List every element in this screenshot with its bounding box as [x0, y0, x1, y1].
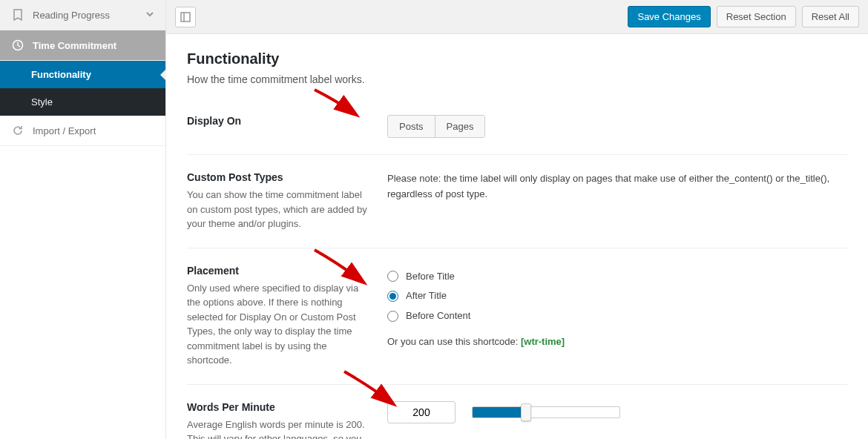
bookmark-icon	[10, 8, 25, 22]
sidebar-item-label: Reading Progress	[33, 10, 110, 21]
radio-label: Before Content	[406, 308, 470, 324]
field-placement: Placement Only used where specified to d…	[187, 248, 847, 385]
sidebar-item-reading-progress[interactable]: Reading Progress	[0, 0, 165, 30]
radio-label: Before Title	[406, 269, 455, 285]
field-help: You can show the time commitment label o…	[187, 188, 371, 231]
refresh-icon	[10, 124, 25, 137]
radio-label: After Title	[406, 288, 447, 304]
field-label: Placement	[187, 265, 371, 277]
display-on-toggle-group: Posts Pages	[387, 115, 485, 138]
field-help: Only used where specified to display via…	[187, 281, 371, 368]
main-panel: Save Changes Reset Section Reset All Fun…	[166, 0, 868, 439]
radio-after-title[interactable]: After Title	[387, 288, 847, 304]
shortcode-note: Or you can use this shortcode: [wtr-time…	[387, 334, 847, 350]
field-label: Custom Post Types	[187, 171, 371, 183]
radio-input-before-title[interactable]	[387, 271, 398, 282]
radio-input-after-title[interactable]	[387, 291, 398, 302]
sidebar-sub-functionality[interactable]: Functionality	[0, 61, 165, 88]
field-help: Average English words per minute is 200.…	[187, 417, 371, 440]
radio-input-before-content[interactable]	[387, 311, 398, 322]
section-title: Functionality	[187, 50, 847, 67]
sidebar-item-label: Import / Export	[33, 125, 96, 136]
content-area: Functionality How the time commitment la…	[166, 34, 868, 439]
slider-thumb[interactable]	[521, 403, 531, 421]
sidebar-item-time-commitment[interactable]: Time Commitment	[0, 30, 165, 61]
field-label: Display On	[187, 115, 371, 127]
field-label: Words Per Minute	[187, 401, 371, 413]
shortcode-value: [wtr-time]	[521, 336, 565, 347]
field-custom-post-types: Custom Post Types You can show the time …	[187, 155, 847, 248]
radio-before-title[interactable]: Before Title	[387, 269, 847, 285]
save-changes-button[interactable]: Save Changes	[628, 6, 710, 27]
clock-icon	[10, 39, 25, 52]
sidebar-item-label: Functionality	[31, 69, 91, 80]
field-display-on: Display On Posts Pages	[187, 99, 847, 155]
radio-before-content[interactable]: Before Content	[387, 308, 847, 324]
wpm-input[interactable]	[387, 401, 456, 423]
topbar: Save Changes Reset Section Reset All	[166, 0, 868, 34]
chevron-down-icon	[145, 9, 155, 22]
collapse-sidebar-button[interactable]	[175, 7, 196, 27]
reset-all-button[interactable]: Reset All	[802, 6, 859, 27]
custom-post-types-note: Please note: the time label will only di…	[387, 173, 829, 199]
section-description: How the time commitment label works.	[187, 73, 847, 85]
display-on-posts-button[interactable]: Posts	[388, 116, 435, 137]
display-on-pages-button[interactable]: Pages	[435, 116, 485, 137]
svg-rect-1	[181, 13, 190, 22]
wpm-slider[interactable]	[472, 406, 620, 419]
sidebar: Reading Progress Time Commitment Functio…	[0, 0, 166, 439]
sidebar-sub-style[interactable]: Style	[0, 88, 165, 116]
sidebar-item-label: Style	[31, 96, 53, 108]
sidebar-item-import-export[interactable]: Import / Export	[0, 116, 165, 146]
field-words-per-minute: Words Per Minute Average English words p…	[187, 385, 847, 440]
reset-section-button[interactable]: Reset Section	[717, 6, 796, 27]
sidebar-item-label: Time Commitment	[33, 40, 116, 51]
